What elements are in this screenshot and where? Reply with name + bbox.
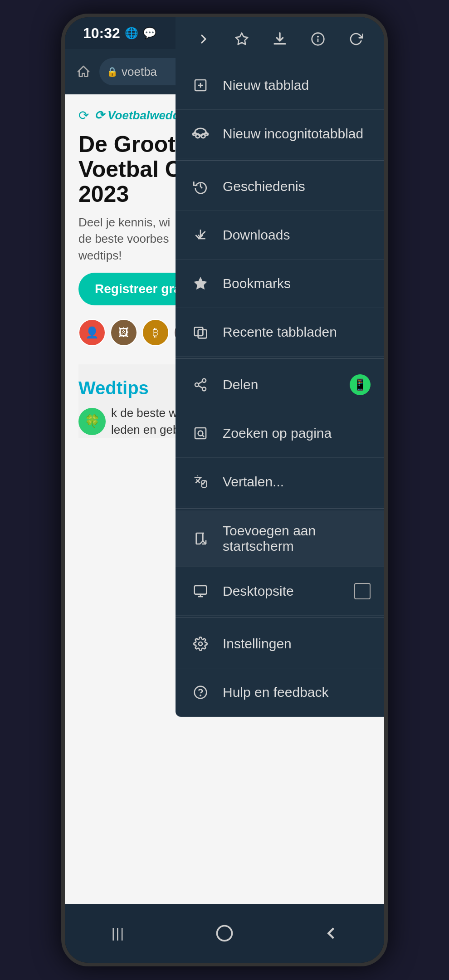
forward-icon [196, 32, 211, 46]
translate-icon [189, 470, 212, 493]
menu-item-translate[interactable]: Vertalen... [176, 458, 384, 506]
history-icon [189, 175, 212, 198]
svg-point-18 [202, 379, 206, 382]
svg-point-33 [199, 642, 202, 646]
incognito-label: Nieuw incognitotabblad [223, 126, 371, 142]
menu-item-help[interactable]: Hulp en feedback [176, 668, 384, 717]
divider-1 [176, 160, 384, 161]
svg-rect-12 [193, 133, 197, 136]
nav-home-icon [215, 923, 234, 943]
find-icon [189, 422, 212, 445]
add-home-icon [189, 527, 212, 550]
history-label: Geschiedenis [223, 179, 371, 194]
new-tab-label: Nieuw tabblad [223, 78, 371, 93]
nav-bar: ||| [65, 904, 384, 963]
download-button[interactable] [266, 25, 293, 53]
divider-2 [176, 358, 384, 359]
menu-item-find[interactable]: Zoeken op pagina [176, 409, 384, 458]
signal-icon: 🌐 [125, 27, 138, 39]
incognito-icon [189, 122, 212, 145]
nav-home-button[interactable] [206, 915, 243, 951]
dropdown-menu: Nieuw tabblad Nieuw incognitotabblad [176, 17, 384, 717]
nav-back-icon [321, 923, 341, 943]
reload-icon [349, 32, 363, 46]
menu-item-bookmarks[interactable]: Bookmarks [176, 260, 384, 308]
bookmark-button[interactable] [228, 25, 255, 53]
home-button[interactable] [72, 60, 95, 83]
menu-item-add-home[interactable]: Toevoegen aan startscherm [176, 510, 384, 567]
translate-label: Vertalen... [223, 474, 371, 490]
divider-4 [176, 617, 384, 618]
menu-item-history[interactable]: Geschiedenis [176, 162, 384, 211]
svg-marker-0 [236, 33, 248, 44]
menu-item-desktop[interactable]: Desktopsite [176, 567, 384, 616]
help-icon [189, 681, 212, 704]
url-text: voetba [122, 65, 157, 79]
avatar-2: 🖼 [110, 319, 137, 346]
help-label: Hulp en feedback [223, 685, 371, 700]
downloads-icon [189, 224, 212, 246]
desktop-icon [189, 580, 212, 603]
bookmarks-label: Bookmarks [223, 276, 371, 291]
time-display: 10:32 [83, 25, 120, 42]
recent-tabs-label: Recente tabbladen [223, 324, 371, 340]
menu-item-recent-tabs[interactable]: Recente tabbladen [176, 308, 384, 357]
menu-item-incognito[interactable]: Nieuw incognitotabblad [176, 110, 384, 158]
svg-point-19 [195, 383, 199, 387]
forward-button[interactable] [190, 25, 217, 53]
add-home-label: Toevoegen aan startscherm [223, 523, 371, 554]
new-tab-icon [189, 74, 212, 97]
share-icon [189, 373, 212, 396]
info-icon [311, 32, 325, 46]
menu-item-share[interactable]: Delen 📱 [176, 361, 384, 409]
settings-icon [189, 632, 212, 655]
site-logo: ⟳ Voetbalwedd [94, 108, 180, 122]
divider-3 [176, 508, 384, 509]
whatsapp-status-icon: 💬 [143, 27, 156, 39]
menu-item-new-tab[interactable]: Nieuw tabblad [176, 61, 384, 110]
svg-rect-36 [217, 926, 232, 941]
svg-line-22 [198, 382, 202, 384]
svg-line-25 [202, 435, 204, 437]
menu-item-settings[interactable]: Instellingen [176, 620, 384, 668]
star-icon [234, 32, 249, 46]
settings-label: Instellingen [223, 636, 371, 652]
info-button[interactable] [304, 25, 332, 53]
phone-frame: 10:32 🌐 💬 4G ▲ 87% 🔋 🔒 voetba ⟳ ⟳ [61, 14, 388, 966]
nav-back-button[interactable] [313, 915, 349, 951]
share-label: Delen [223, 377, 350, 392]
svg-rect-30 [195, 586, 207, 594]
svg-point-24 [198, 431, 203, 436]
svg-line-21 [198, 386, 202, 388]
lock-icon: 🔒 [107, 66, 118, 77]
find-label: Zoeken op pagina [223, 426, 371, 441]
recent-tabs-icon [189, 321, 212, 343]
avatar-1: 👤 [78, 319, 106, 346]
reload-button[interactable] [342, 25, 370, 53]
status-time: 10:32 🌐 💬 [83, 25, 156, 42]
svg-rect-23 [195, 428, 206, 439]
menu-item-downloads[interactable]: Downloads [176, 211, 384, 260]
home-icon [76, 64, 91, 79]
svg-point-20 [202, 387, 206, 391]
downloads-label: Downloads [223, 227, 371, 243]
download-icon [273, 32, 287, 46]
menu-toolbar [176, 17, 384, 61]
desktop-label: Desktopsite [223, 583, 354, 599]
avatar-3: ₿ [142, 319, 169, 346]
svg-marker-15 [195, 278, 207, 289]
nav-recent-button[interactable]: ||| [100, 915, 136, 951]
desktop-checkbox[interactable] [354, 583, 371, 599]
whatsapp-badge: 📱 [350, 374, 371, 395]
bookmarks-icon [189, 272, 212, 295]
svg-rect-13 [205, 133, 208, 136]
wedtips-icon: 🍀 [78, 408, 106, 435]
nav-recent-icon: ||| [112, 926, 125, 941]
